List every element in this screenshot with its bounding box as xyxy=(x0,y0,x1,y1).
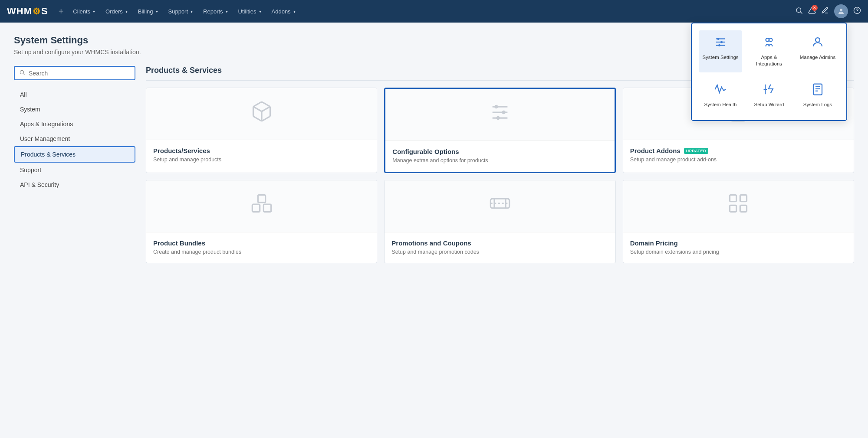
card-domain-pricing[interactable]: Domain Pricing Setup domain extensions a… xyxy=(623,180,854,264)
svg-rect-27 xyxy=(730,205,736,212)
nav-add-button[interactable]: + xyxy=(55,7,67,16)
logo-text: WHM⚙S xyxy=(7,6,48,17)
card-icon-area-promotions xyxy=(385,180,615,232)
card-desc-addons: Setup and manage product add-ons xyxy=(630,156,847,164)
apps-integrations-icon xyxy=(763,36,776,52)
logo-gear-icon: ⚙ xyxy=(33,7,41,16)
nav-item-addons[interactable]: Addons xyxy=(267,6,300,17)
svg-line-1 xyxy=(800,12,802,13)
nav-item-billing[interactable]: Billing xyxy=(134,6,162,17)
svg-line-6 xyxy=(23,74,25,75)
card-title-addons: Product Addons UPDATED xyxy=(630,147,847,154)
search-icon xyxy=(19,69,25,77)
dropdown-item-system-health[interactable]: System Health xyxy=(699,78,742,113)
dropdown-label-setup-wizard: Setup Wizard xyxy=(754,101,784,108)
card-desc-promotions: Setup and manage promotion codes xyxy=(391,248,608,256)
card-body-domain: Domain Pricing Setup domain extensions a… xyxy=(623,232,854,263)
card-product-bundles[interactable]: Product Bundles Create and manage produc… xyxy=(146,180,377,264)
svg-point-5 xyxy=(20,70,23,74)
svg-point-36 xyxy=(769,38,773,42)
logo[interactable]: WHM⚙S xyxy=(7,6,48,17)
svg-point-2 xyxy=(840,9,842,11)
sidebar-item-support[interactable]: Support xyxy=(14,163,135,177)
card-body-promotions: Promotions and Coupons Setup and manage … xyxy=(385,232,615,263)
user-avatar[interactable] xyxy=(834,4,848,18)
card-title-bundles: Product Bundles xyxy=(153,239,370,247)
sidebar-item-api[interactable]: API & Security xyxy=(14,177,135,192)
dropdown-label-system-health: System Health xyxy=(704,101,737,108)
nav-item-orders[interactable]: Orders xyxy=(101,6,132,17)
search-box[interactable] xyxy=(14,66,135,80)
svg-rect-19 xyxy=(263,204,271,212)
grid-icon xyxy=(727,192,750,220)
card-body-products-services: Products/Services Setup and manage produ… xyxy=(146,140,377,171)
dropdown-item-setup-wizard[interactable]: Setup Wizard xyxy=(747,78,791,113)
svg-rect-25 xyxy=(730,195,736,202)
svg-rect-20 xyxy=(258,195,265,203)
sidebar: All System Apps & Integrations User Mana… xyxy=(14,66,135,263)
sidebar-item-system[interactable]: System xyxy=(14,102,135,117)
box-icon xyxy=(250,100,273,128)
sidebar-item-apps[interactable]: Apps & Integrations xyxy=(14,117,135,131)
card-body-bundles: Product Bundles Create and manage produc… xyxy=(146,232,377,263)
sidebar-nav: All System Apps & Integrations User Mana… xyxy=(14,87,135,192)
card-title-domain: Domain Pricing xyxy=(630,239,847,247)
card-promotions-coupons[interactable]: Promotions and Coupons Setup and manage … xyxy=(384,180,615,264)
card-body-configurable: Configurable Options Manage extras and o… xyxy=(385,141,614,172)
dropdown-item-system-logs[interactable]: System Logs xyxy=(796,78,839,113)
svg-point-0 xyxy=(796,8,801,13)
card-products-services[interactable]: Products/Services Setup and manage produ… xyxy=(146,88,377,173)
card-title-products-services: Products/Services xyxy=(153,147,370,154)
nav-item-clients[interactable]: Clients xyxy=(69,6,99,17)
top-navigation: WHM⚙S + Clients Orders Billing Support R… xyxy=(0,0,868,23)
card-title-promotions: Promotions and Coupons xyxy=(391,239,608,247)
sidebar-item-all[interactable]: All xyxy=(14,87,135,102)
alerts-button[interactable]: ✕ xyxy=(808,7,816,16)
edit-button[interactable] xyxy=(821,7,829,16)
card-desc-bundles: Create and manage product bundles xyxy=(153,248,370,256)
card-desc-domain: Setup domain extensions and pricing xyxy=(630,248,847,256)
svg-rect-28 xyxy=(740,205,747,212)
card-title-configurable: Configurable Options xyxy=(392,148,607,155)
tag-icon xyxy=(489,192,511,220)
dropdown-label-system-logs: System Logs xyxy=(803,101,832,108)
svg-point-12 xyxy=(502,110,506,114)
card-desc-configurable: Manage extras and options for products xyxy=(392,157,607,165)
svg-point-32 xyxy=(717,38,720,40)
card-configurable-options[interactable]: Configurable Options Manage extras and o… xyxy=(384,88,615,173)
svg-point-11 xyxy=(494,105,498,108)
card-body-addons: Product Addons UPDATED Setup and manage … xyxy=(623,140,854,171)
svg-rect-26 xyxy=(740,195,747,202)
page-wrapper: System Settings Set up and configure you… xyxy=(0,23,868,275)
svg-rect-40 xyxy=(813,84,822,95)
card-icon-area-domain xyxy=(623,180,854,232)
svg-point-13 xyxy=(496,116,500,120)
svg-point-33 xyxy=(720,41,723,43)
search-input[interactable] xyxy=(29,70,130,77)
updated-badge: UPDATED xyxy=(684,148,708,154)
system-health-icon xyxy=(714,83,727,99)
nav-item-reports[interactable]: Reports xyxy=(199,6,232,17)
dropdown-item-system-settings[interactable]: System Settings xyxy=(699,30,742,72)
dropdown-label-apps: Apps & Integrations xyxy=(751,54,787,67)
search-button[interactable] xyxy=(795,7,803,16)
sidebar-item-user-mgmt[interactable]: User Management xyxy=(14,131,135,146)
sliders-icon xyxy=(489,101,511,129)
svg-point-34 xyxy=(718,44,720,46)
svg-point-37 xyxy=(815,38,820,42)
settings-dropdown: System Settings Apps & Integrations Mana… xyxy=(691,23,847,121)
nav-icon-group: ✕ xyxy=(795,4,861,18)
dropdown-label-system-settings: System Settings xyxy=(702,54,738,61)
dropdown-item-manage-admins[interactable]: Manage Admins xyxy=(796,30,839,72)
card-icon-area-products-services xyxy=(146,88,377,140)
svg-rect-18 xyxy=(252,204,260,212)
setup-wizard-icon xyxy=(763,83,776,99)
card-icon-area-configurable xyxy=(385,89,614,141)
nav-item-support[interactable]: Support xyxy=(164,6,197,17)
help-button[interactable] xyxy=(853,7,861,16)
card-desc-products-services: Setup and manage products xyxy=(153,156,370,164)
sidebar-item-products[interactable]: Products & Services xyxy=(14,146,135,163)
cubes-icon xyxy=(250,192,273,220)
dropdown-item-apps[interactable]: Apps & Integrations xyxy=(747,30,791,72)
nav-item-utilities[interactable]: Utilities xyxy=(234,6,266,17)
